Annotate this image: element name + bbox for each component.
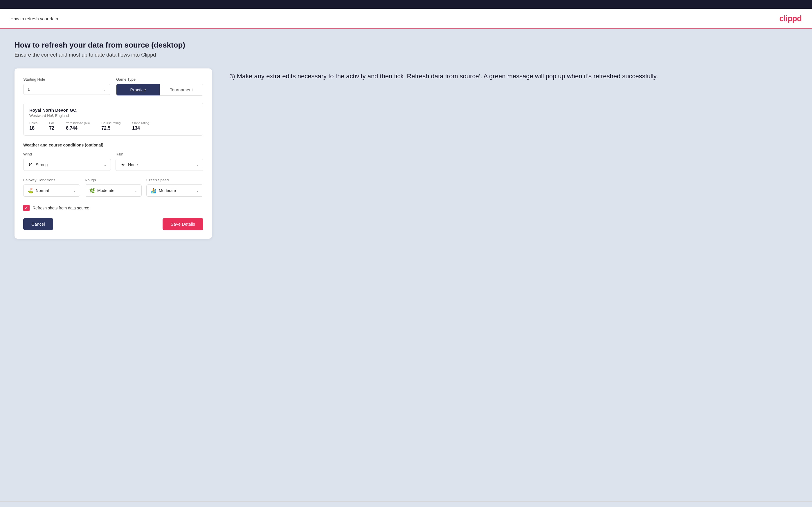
starting-hole-chevron: ⌄ [103, 87, 106, 91]
course-rating-label: Course rating [101, 121, 120, 125]
green-speed-select[interactable]: 🏄 Moderate ⌄ [146, 184, 203, 196]
fairway-value: Normal [36, 188, 49, 193]
rough-select[interactable]: 🌿 Moderate ⌄ [85, 184, 142, 196]
rough-chevron: ⌄ [135, 188, 137, 192]
fairway-label: Fairway Conditions [23, 178, 80, 182]
wind-select[interactable]: 🌬 Strong ⌄ [23, 159, 111, 171]
fairway-select[interactable]: ⛳ Normal ⌄ [23, 184, 80, 196]
page-heading: How to refresh your data from source (de… [14, 41, 798, 50]
conditions-3-row: Fairway Conditions ⛳ Normal ⌄ Rough 🌿 [23, 178, 203, 196]
rough-value: Moderate [97, 188, 114, 193]
top-form-row: Starting Hole 1 ⌄ Game Type Practice Tou… [23, 77, 203, 96]
fairway-group: Fairway Conditions ⛳ Normal ⌄ [23, 178, 80, 196]
wind-chevron: ⌄ [104, 163, 107, 167]
instruction-panel: 3) Make any extra edits necessary to the… [230, 68, 798, 81]
refresh-checkbox[interactable]: ✓ [23, 205, 30, 211]
wind-label: Wind [23, 152, 111, 156]
slope-rating-label: Slope rating [132, 121, 149, 125]
practice-button[interactable]: Practice [116, 84, 160, 96]
green-speed-label: Green Speed [146, 178, 203, 182]
par-label: Par [49, 121, 54, 125]
instruction-text: 3) Make any extra edits necessary to the… [230, 71, 798, 81]
slope-rating-value: 134 [132, 126, 149, 131]
rough-group: Rough 🌿 Moderate ⌄ [85, 178, 142, 196]
refresh-checkbox-row: ✓ Refresh shots from data source [23, 205, 203, 211]
course-stats: Holes 18 Par 72 Yards/White (M)) 6,744 C… [29, 121, 197, 131]
save-button[interactable]: Save Details [163, 218, 203, 230]
course-rating-value: 72.5 [101, 126, 120, 131]
fairway-chevron: ⌄ [73, 188, 76, 192]
course-rating-stat: Course rating 72.5 [101, 121, 120, 131]
rain-icon: ☀ [120, 162, 126, 168]
checkmark-icon: ✓ [25, 206, 28, 210]
page-subheading: Ensure the correct and most up to date d… [14, 52, 798, 58]
green-speed-group: Green Speed 🏄 Moderate ⌄ [146, 178, 203, 196]
rough-label: Rough [85, 178, 142, 182]
fairway-select-inner: ⛳ Normal [28, 188, 49, 193]
game-type-label: Game Type [116, 77, 203, 81]
footer: Copyright Clippd 2022 [0, 501, 812, 507]
slope-rating-stat: Slope rating 134 [132, 121, 149, 131]
game-type-toggle: Practice Tournament [116, 84, 203, 96]
rain-group: Rain ☀ None ⌄ [115, 152, 203, 171]
course-name: Royal North Devon GC, [29, 108, 197, 113]
par-value: 72 [49, 126, 54, 131]
conditions-title: Weather and course conditions (optional) [23, 143, 203, 147]
wind-icon: 🌬 [28, 162, 33, 168]
starting-hole-select[interactable]: 1 ⌄ [23, 84, 110, 95]
starting-hole-value: 1 [28, 87, 30, 92]
wind-group: Wind 🌬 Strong ⌄ [23, 152, 111, 171]
tournament-button[interactable]: Tournament [160, 84, 203, 96]
content-area: Starting Hole 1 ⌄ Game Type Practice Tou… [14, 68, 798, 239]
green-speed-select-inner: 🏄 Moderate [151, 188, 176, 193]
yards-value: 6,744 [66, 126, 90, 131]
header-title: How to refresh your data [10, 16, 58, 21]
starting-hole-label: Starting Hole [23, 77, 110, 81]
green-speed-value: Moderate [159, 188, 176, 193]
refresh-checkbox-label: Refresh shots from data source [33, 206, 89, 210]
wind-rain-row: Wind 🌬 Strong ⌄ Rain ☀ None [23, 152, 203, 171]
par-stat: Par 72 [49, 121, 54, 131]
rain-select-inner: ☀ None [120, 162, 138, 168]
rain-select[interactable]: ☀ None ⌄ [115, 159, 203, 171]
cancel-button[interactable]: Cancel [23, 218, 53, 230]
fairway-icon: ⛳ [28, 188, 33, 193]
starting-hole-group: Starting Hole 1 ⌄ [23, 77, 110, 96]
rain-label: Rain [115, 152, 203, 156]
rain-value: None [128, 162, 138, 167]
green-speed-chevron: ⌄ [196, 188, 199, 192]
logo: clippd [779, 14, 802, 23]
main-content: How to refresh your data from source (de… [0, 29, 812, 501]
button-row: Cancel Save Details [23, 218, 203, 230]
wind-value: Strong [36, 162, 48, 167]
course-location: Westward Ho!, England [29, 113, 197, 118]
yards-label: Yards/White (M)) [66, 121, 90, 125]
green-speed-icon: 🏄 [151, 188, 156, 193]
wind-select-inner: 🌬 Strong [28, 162, 48, 168]
form-card: Starting Hole 1 ⌄ Game Type Practice Tou… [14, 68, 212, 239]
top-bar [0, 0, 812, 9]
yards-stat: Yards/White (M)) 6,744 [66, 121, 90, 131]
holes-stat: Holes 18 [29, 121, 38, 131]
rough-icon: 🌿 [89, 188, 95, 193]
holes-label: Holes [29, 121, 38, 125]
header: How to refresh your data clippd [0, 9, 812, 29]
holes-value: 18 [29, 126, 38, 131]
course-info-box: Royal North Devon GC, Westward Ho!, Engl… [23, 103, 203, 136]
rain-chevron: ⌄ [196, 163, 199, 167]
game-type-group: Game Type Practice Tournament [116, 77, 203, 96]
rough-select-inner: 🌿 Moderate [89, 188, 114, 193]
